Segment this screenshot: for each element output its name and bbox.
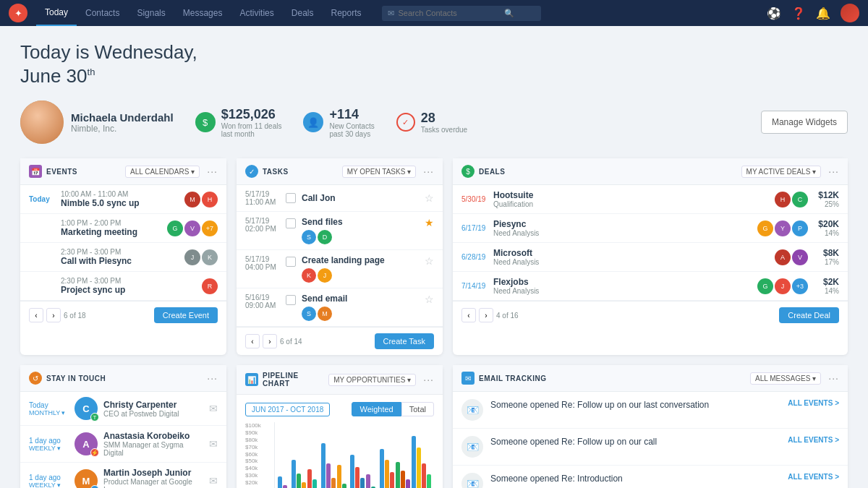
events-icon: 📅: [29, 165, 42, 178]
email-tracking-icon: ✉: [461, 372, 475, 385]
pipeline-more[interactable]: ···: [423, 374, 434, 385]
create-task-button[interactable]: Create Task: [375, 333, 435, 349]
user-company: Nimble, Inc.: [71, 124, 174, 134]
events-more[interactable]: ···: [207, 166, 218, 177]
event-item: Today 10:00 AM - 11:00 AM Nimble 5.0 syn…: [20, 185, 226, 214]
email-icon-avatar: 📧: [461, 399, 483, 421]
task-item: 5/17/19 02:00 PM Send files S D ★: [237, 212, 443, 250]
email-all-events-link[interactable]: ALL EVENTS >: [788, 473, 839, 481]
deal-item: 6/28/19 Microsoft Need Analysis A V $8K …: [453, 243, 848, 272]
top-nav: ✦ Today Contacts Signals Messages Activi…: [0, 0, 868, 26]
contacts-stat: 👤 +114 New Contacts past 30 days: [303, 107, 374, 138]
task-item: 5/16/19 09:00 AM Send email S M ☆: [237, 288, 443, 327]
nav-search[interactable]: ✉ 🔍: [382, 6, 541, 21]
nav-link-contacts[interactable]: Contacts: [77, 0, 128, 26]
pipeline-title: PIPELINE CHART: [263, 372, 324, 388]
tasks-widget: ✓ TASKS MY OPEN TASKS▾ ··· 5/17/19 11:00…: [237, 158, 443, 355]
event-item: 1:00 PM - 2:00 PM Marketing meeting G V …: [20, 214, 226, 243]
task-name: Send email: [302, 294, 419, 304]
task-name: Call Jon: [302, 193, 419, 203]
pipeline-weighted-tab[interactable]: Weighted: [352, 402, 401, 416]
deals-filter[interactable]: MY ACTIVE DEALS▾: [741, 166, 822, 178]
event-item: 2:30 PM - 3:00 PM Call with Piesync J K: [20, 243, 226, 272]
user-avatar-nav[interactable]: [841, 4, 859, 22]
email-tracking-widget: ✉ EMAIL TRACKING ALL MESSAGES▾ ··· 📧 Som…: [453, 365, 848, 488]
tasks-filter[interactable]: MY OPEN TASKS▾: [342, 166, 417, 178]
email-all-events-link[interactable]: ALL EVENTS >: [788, 436, 839, 444]
date-header: Today is Wednesday, June 30th: [20, 40, 848, 87]
manage-widgets-button[interactable]: Manage Widgets: [761, 111, 848, 134]
task-checkbox[interactable]: [286, 193, 296, 203]
email-more[interactable]: ···: [828, 372, 839, 384]
task-star[interactable]: ☆: [425, 192, 434, 204]
contacts-icon: 👤: [303, 112, 323, 132]
search-input[interactable]: [399, 9, 500, 17]
task-checkbox[interactable]: [286, 218, 296, 228]
events-next-btn[interactable]: ›: [46, 308, 61, 322]
task-name: Send files: [302, 217, 419, 227]
events-prev-btn[interactable]: ‹: [29, 308, 43, 322]
task-checkbox[interactable]: [286, 257, 296, 267]
nav-link-activities[interactable]: Activities: [231, 0, 282, 26]
nav-link-today[interactable]: Today: [36, 0, 77, 26]
tasks-icon: ✓: [245, 165, 258, 178]
events-filter[interactable]: ALL CALENDARS▾: [125, 166, 200, 178]
email-tracking-filter[interactable]: ALL MESSAGES▾: [750, 372, 821, 385]
event-name: Project sync up: [61, 285, 196, 295]
tasks-pagination: 6 of 14: [280, 338, 302, 346]
tasks-icon: ✓: [396, 113, 415, 132]
deals-next-btn[interactable]: ›: [479, 308, 493, 322]
search-icon[interactable]: 🔍: [504, 9, 514, 18]
tasks-next-btn[interactable]: ›: [263, 334, 277, 348]
stay-in-touch-widget: ↺ STAY IN TOUCH ··· Today MONTHLY ▾ C T …: [20, 365, 226, 488]
tasks-label: Tasks overdue: [421, 126, 467, 134]
bell-icon[interactable]: 🔔: [816, 7, 830, 20]
event-name: Marketing meeting: [61, 227, 161, 237]
tasks-more[interactable]: ···: [423, 166, 434, 177]
create-event-button[interactable]: Create Event: [154, 307, 218, 323]
tasks-prev-btn[interactable]: ‹: [245, 334, 260, 348]
pipeline-filter[interactable]: MY OPPORTUNITIES▾: [328, 374, 416, 386]
touch-more[interactable]: ···: [207, 372, 218, 384]
email-item: 📧 Someone opened Re: Introduction ALL EV…: [453, 466, 848, 488]
user-avatar[interactable]: [20, 100, 64, 144]
help-icon[interactable]: ❓: [791, 7, 806, 20]
deals-widget: $ DEALS MY ACTIVE DEALS▾ ··· 5/30/19 Hoo…: [453, 158, 848, 355]
pipeline-date-range-btn[interactable]: JUN 2017 - OCT 2018: [245, 403, 330, 416]
task-star-starred[interactable]: ★: [425, 217, 434, 228]
tasks-list: 5/17/19 11:00 AM Call Jon ☆ 5/17/19 02:0…: [237, 185, 443, 327]
deal-item: 6/17/19 Piesync Need Analysis G Y P $20K…: [453, 214, 848, 243]
nav-link-signals[interactable]: Signals: [128, 0, 174, 26]
event-time: 10:00 AM - 11:00 AM: [61, 190, 179, 198]
email-icon-avatar: 📧: [461, 473, 483, 488]
user-profile: Michaela Underdahl Nimble, Inc.: [20, 100, 174, 144]
touch-message-btn[interactable]: ✉: [209, 475, 218, 487]
deals-more[interactable]: ···: [828, 166, 839, 177]
nav-link-reports[interactable]: Reports: [322, 0, 370, 26]
deals-prev-btn[interactable]: ‹: [461, 308, 476, 322]
deal-item: 5/30/19 Hootsuite Qualification H C $12K…: [453, 185, 848, 214]
event-name: Call with Piesync: [61, 256, 179, 266]
nav-link-messages[interactable]: Messages: [174, 0, 231, 26]
pipeline-total-tab[interactable]: Total: [401, 402, 434, 416]
touch-message-btn[interactable]: ✉: [209, 438, 218, 450]
create-deal-button[interactable]: Create Deal: [779, 307, 839, 323]
pipeline-widget: 📊 PIPELINE CHART MY OPPORTUNITIES▾ ··· J…: [237, 365, 443, 488]
task-star[interactable]: ☆: [425, 294, 434, 305]
tasks-stat: ✓ 28 Tasks overdue: [396, 111, 467, 134]
email-all-events-link[interactable]: ALL EVENTS >: [788, 399, 839, 407]
event-name: Nimble 5.0 sync up: [61, 198, 179, 208]
task-checkbox[interactable]: [286, 295, 296, 305]
nav-link-deals[interactable]: Deals: [283, 0, 323, 26]
logo[interactable]: ✦: [9, 4, 27, 22]
nav-right-icons: ⚽ ❓ 🔔: [767, 4, 859, 22]
soccer-icon[interactable]: ⚽: [767, 7, 781, 20]
task-star[interactable]: ☆: [425, 255, 434, 267]
touch-message-btn[interactable]: ✉: [209, 403, 218, 414]
revenue-label: Won from 11 deals: [221, 122, 282, 130]
touch-item: 1 day ago WEEKLY ▾ A ⚡ Anastasia Korobei…: [20, 426, 226, 463]
task-item: 5/17/19 11:00 AM Call Jon ☆: [237, 185, 443, 212]
email-text: Someone opened Re: Follow up on our call: [490, 436, 780, 448]
tasks-title: TASKS: [263, 168, 338, 176]
tasks-value: 28: [421, 111, 467, 126]
